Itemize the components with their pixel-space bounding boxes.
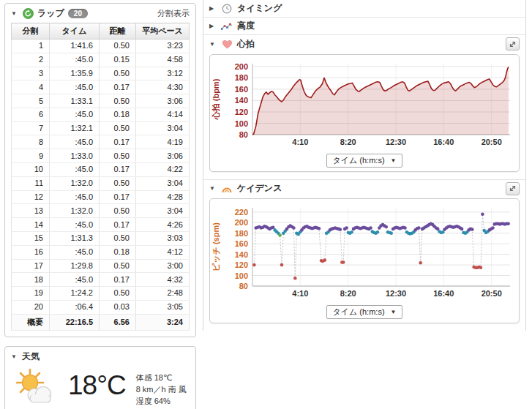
lap-distance: 0.17 [100,190,136,204]
triangle-down-icon: ▼ [11,10,18,17]
section-heart-rate-title: 心拍 [237,38,255,50]
svg-text:16:40: 16:40 [433,289,454,298]
lap-number: 11 [12,176,50,190]
table-row[interactable]: 4:45.00.174:30 [12,80,190,94]
lap-pace: 3:06 [136,149,190,163]
table-row[interactable]: 51:33.10.503:06 [12,94,190,108]
svg-text:心拍 (bpm): 心拍 (bpm) [211,78,220,120]
heart-rate-chart: 4:108:2012:3016:4020:5080100120140160180… [210,59,520,149]
table-row[interactable]: 2:45.00.154:58 [12,53,190,67]
table-row[interactable]: 14:45.00.174:26 [12,218,190,232]
clock-icon [221,3,233,15]
table-row[interactable]: 151:31.30.503:03 [12,231,190,245]
lap-pace: 3:04 [136,176,190,190]
table-row[interactable]: 10:45.00.174:22 [12,163,190,177]
weather-panel: ▼ 天気 [4,346,196,409]
lap-number: 3 [12,67,50,80]
svg-text:80: 80 [239,282,248,290]
weather-panel-header[interactable]: ▼ 天気 [5,347,195,366]
svg-text:200: 200 [235,62,248,71]
weather-details: 体感 18℃ 8 km／h 南 風 湿度 64% [136,372,187,407]
column-header: 分割 [12,23,50,40]
table-row[interactable]: 131:32.00.503:04 [12,204,190,218]
lap-number: 20 [12,300,50,314]
triangle-down-icon: ▼ [209,185,217,192]
right-column: ▶ タイミング ▶ 高度 ▼ [203,0,526,331]
lap-distance: 0.50 [100,40,136,53]
lap-count-badge: 20 [68,9,88,18]
svg-text:4:10: 4:10 [292,138,308,146]
svg-text:180: 180 [235,73,248,82]
mini-line-chart-icon [221,20,233,32]
lap-time: :45.0 [50,218,100,232]
laps-panel-header[interactable]: ▼ ラップ 20 分割表示 [5,4,195,23]
lap-time: 1:33.0 [50,149,100,163]
table-row[interactable]: 6:45.00.184:14 [12,108,190,121]
svg-text:180: 180 [235,229,248,238]
triangle-down-icon: ▼ [209,41,217,48]
section-timing-title: タイミング [237,2,282,15]
lap-time: 1:32.0 [50,204,100,218]
column-header: 距離 [100,23,136,40]
lap-number: 10 [12,163,50,177]
section-timing[interactable]: ▶ タイミング [203,0,525,18]
lap-time: 1:32.1 [50,121,100,135]
table-row[interactable]: 8:45.00.174:19 [12,135,190,149]
svg-text:140: 140 [235,250,248,259]
weather-panel-title: 天気 [22,350,40,363]
lap-distance: 0.17 [100,135,136,149]
summary-row: 概要22:16.56.563:24 [12,314,190,330]
table-row[interactable]: 31:35.90.503:12 [12,67,190,80]
svg-text:8:20: 8:20 [340,138,356,146]
section-elevation[interactable]: ▶ 高度 [203,18,525,35]
svg-text:220: 220 [235,208,248,217]
lap-pace: 3:23 [136,40,190,53]
split-view-link[interactable]: 分割表示 [157,8,190,19]
table-row[interactable]: 71:32.10.503:04 [12,121,190,135]
lap-distance: 0.50 [100,94,136,108]
triangle-right-icon: ▶ [209,23,217,29]
table-row[interactable]: 111:32.00.503:04 [12,176,190,190]
lap-number: 14 [12,218,50,232]
lap-number: 6 [12,108,50,121]
column-header: 平均ペース [136,23,190,40]
section-heart-rate[interactable]: ▼ 心拍 [203,35,525,53]
lap-number: 概要 [12,314,50,330]
table-row[interactable]: 18:45.00.174:32 [12,273,190,287]
lap-time: :45.0 [50,80,100,94]
chevron-down-icon: ▼ [391,309,397,315]
section-cadence[interactable]: ▼ ケイデンス [203,179,525,197]
lap-pace: 3:06 [136,94,190,108]
lap-time: 1:35.9 [50,67,100,80]
table-row[interactable]: 91:33.00.503:06 [12,149,190,163]
lap-time: :45.0 [50,245,100,259]
lap-pace: 4:14 [136,108,190,121]
expand-cadence-button[interactable] [506,182,520,195]
humidity: 湿度 64% [136,395,187,407]
x-axis-unit-dropdown[interactable]: タイム (h:m:s) ▼ [326,305,403,319]
heart-icon [221,38,233,50]
lap-number: 18 [12,273,50,287]
x-axis-unit-dropdown[interactable]: タイム (h:m:s) ▼ [326,154,403,168]
lap-time: :45.0 [50,135,100,149]
lap-table-summary: 概要22:16.56.563:24 [12,314,190,330]
table-row[interactable]: 20:06.40.033:05 [12,300,190,314]
table-row[interactable]: 171:29.80.503:00 [12,259,190,273]
svg-text:20:50: 20:50 [482,138,502,146]
lap-number: 1 [12,40,50,53]
heart-rate-chart-panel: 4:108:2012:3016:4020:5080100120140160180… [209,54,520,172]
lap-distance: 0.17 [100,218,136,232]
table-row[interactable]: 16:45.00.184:12 [12,245,190,259]
lap-distance: 0.50 [100,287,136,301]
lap-time: 22:16.5 [50,314,100,330]
table-row[interactable]: 12:45.00.174:28 [12,190,190,204]
lap-marker-icon [22,8,34,20]
lap-time: :45.0 [50,108,100,121]
svg-text:ピッチ (spm): ピッチ (spm) [211,222,220,271]
table-row[interactable]: 11:41.60.503:23 [12,40,190,53]
lap-time: 1:33.1 [50,94,100,108]
lap-distance: 0.50 [100,149,136,163]
expand-heart-rate-button[interactable] [506,37,520,50]
lap-time: :45.0 [50,53,100,67]
table-row[interactable]: 191:24.20.502:48 [12,287,190,301]
